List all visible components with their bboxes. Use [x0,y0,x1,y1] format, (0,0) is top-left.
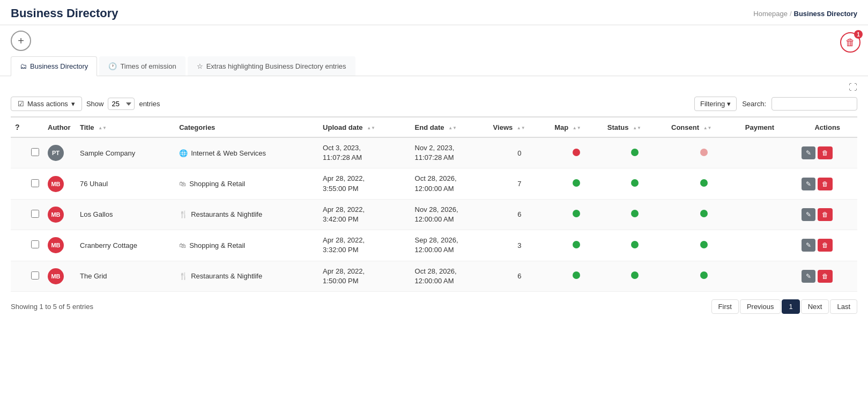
map-sort-icons[interactable]: ▲▼ [573,126,581,130]
delete-button-3[interactable]: 🗑 [818,239,833,252]
row-status-4 [603,261,667,291]
table-row: MB Cranberry Cottage 🛍 Shopping & Retail… [11,230,857,261]
status-dot-2 [631,210,639,217]
end-sort-icons[interactable]: ▲▼ [448,126,457,130]
tab-times-of-emission[interactable]: 🕐 Times of emission [99,56,185,76]
next-page-button[interactable]: Next [801,299,829,314]
row-consent-2 [667,199,741,230]
th-actions: Actions [797,117,857,137]
upload-sort-icons[interactable]: ▲▼ [367,126,375,130]
category-icon-4: 🍴 [179,272,188,280]
action-buttons-1: ✎ 🗑 [802,178,853,190]
action-buttons-2: ✎ 🗑 [802,208,853,221]
row-title-2: Los Gallos [76,199,175,230]
show-entries-select[interactable]: 10 25 50 100 [108,98,135,110]
top-bar: Business Directory Homepage / Business D… [0,0,868,25]
filtering-label: Filtering [700,100,725,108]
add-new-company-button[interactable]: + [11,31,31,51]
th-payment: Payment [741,117,798,137]
consent-sort-icons[interactable]: ▲▼ [703,126,712,130]
row-upload-date-2: Apr 28, 2022,3:42:00 PM [318,199,410,230]
delete-button-0[interactable]: 🗑 [818,146,833,159]
tabs-container: 🗂 Business Directory 🕐 Times of emission… [0,56,868,76]
first-page-button[interactable]: First [711,299,739,314]
breadcrumb: Homepage / Business Directory [753,10,857,18]
title-sort-icons[interactable]: ▲▼ [98,126,107,130]
th-end-date: End date ▲▼ [411,117,489,137]
row-upload-date-3: Apr 28, 2022,3:32:00 PM [318,230,410,261]
breadcrumb-sep: / [790,10,792,18]
row-checkbox-input-2[interactable] [31,210,39,218]
breadcrumb-home[interactable]: Homepage [753,10,788,18]
tab-business-directory[interactable]: 🗂 Business Directory [11,56,97,76]
table-header-row: ? Author Title ▲▼ Categories Upload date… [11,117,857,137]
edit-button-1[interactable]: ✎ [802,178,815,190]
action-buttons-3: ✎ 🗑 [802,239,853,252]
status-dot-1 [631,179,639,187]
category-icon-1: 🛍 [179,180,186,188]
th-map: Map ▲▼ [550,117,603,137]
main-content: ⛶ ☑ Mass actions ▾ Show 10 25 50 100 ent… [0,76,868,325]
pagination: First Previous 1 Next Last [711,299,857,314]
row-checkbox-input-0[interactable] [31,148,39,156]
row-author-2: MB [43,199,76,230]
edit-button-2[interactable]: ✎ [802,208,815,221]
row-payment-1 [741,168,798,199]
th-checkbox [27,117,43,137]
th-categories: Categories [175,117,318,137]
map-dot-2 [573,210,580,217]
edit-button-0[interactable]: ✎ [802,146,815,159]
category-name-2: Restaurants & Nightlife [191,210,262,218]
trash-button[interactable]: 🗑 1 [840,32,860,53]
delete-button-4[interactable]: 🗑 [818,270,833,283]
previous-page-button[interactable]: Previous [740,299,781,314]
filtering-dropdown-icon: ▾ [727,100,731,108]
page-wrapper: Business Directory Homepage / Business D… [0,0,868,397]
consent-dot-0 [700,149,708,156]
search-input[interactable] [771,97,857,111]
last-page-button[interactable]: Last [830,299,857,314]
tab-times-icon: 🕐 [108,62,117,70]
map-dot-4 [573,271,580,279]
consent-dot-1 [700,179,708,187]
row-consent-0 [667,137,741,168]
row-payment-3 [741,230,798,261]
row-checkbox-input-1[interactable] [31,179,39,187]
row-payment-2 [741,199,798,230]
table-row: MB Los Gallos 🍴 Restaurants & Nightlife … [11,199,857,230]
add-button-row: + [0,25,868,56]
row-checkbox-input-3[interactable] [31,240,39,248]
toolbar: ☑ Mass actions ▾ Show 10 25 50 100 entri… [11,97,857,111]
th-title: Title ▲▼ [76,117,175,137]
delete-button-2[interactable]: 🗑 [818,208,833,221]
category-name-3: Shopping & Retail [189,241,245,249]
row-actions-4: ✎ 🗑 [797,261,857,291]
delete-button-1[interactable]: 🗑 [818,178,833,190]
edit-button-3[interactable]: ✎ [802,239,815,252]
status-sort-icons[interactable]: ▲▼ [633,126,641,130]
views-sort-icons[interactable]: ▲▼ [517,126,525,130]
row-help-1 [11,168,27,199]
entries-label: entries [139,100,160,108]
row-category-2: 🍴 Restaurants & Nightlife [175,199,318,230]
edit-button-4[interactable]: ✎ [802,270,815,283]
category-name-4: Restaurants & Nightlife [191,272,262,280]
row-end-date-1: Oct 28, 2026,12:00:00 AM [411,168,489,199]
expand-button[interactable]: ⛶ [849,83,857,92]
filtering-button[interactable]: Filtering ▾ [694,97,737,111]
row-checkbox-input-4[interactable] [31,271,39,280]
tab-extras[interactable]: ☆ Extras highlighting Business Directory… [188,56,355,76]
row-map-0 [550,137,603,168]
tab-times-label: Times of emission [120,62,176,70]
row-title-3: Cranberry Cottage [76,230,175,261]
mass-actions-button[interactable]: ☑ Mass actions ▾ [11,97,82,111]
tab-extras-label: Extras highlighting Business Directory e… [206,62,346,70]
current-page-button[interactable]: 1 [782,299,799,314]
category-icon-0: 🌐 [179,149,188,157]
help-icon[interactable]: ? [15,123,20,131]
row-end-date-0: Nov 2, 2023,11:07:28 AM [411,137,489,168]
row-upload-date-1: Apr 28, 2022,3:55:00 PM [318,168,410,199]
row-checkbox-1 [27,168,43,199]
row-title-0: Sample Company [76,137,175,168]
trash-badge: 1 [854,30,863,39]
